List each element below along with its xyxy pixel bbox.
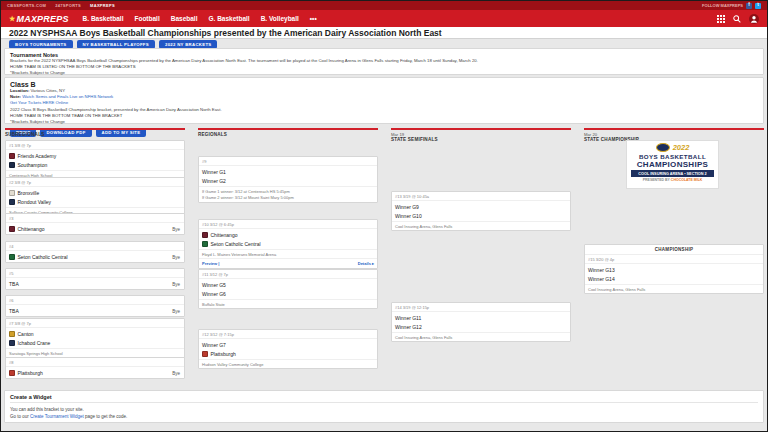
promo-venue-band: COOL INSURING ARENA • SECTION 2 <box>631 170 714 177</box>
nav-item-g-basketball[interactable]: G. Basketball <box>208 15 249 22</box>
game-card-5[interactable]: #5TBABye <box>5 268 185 290</box>
team-row[interactable]: Chittenango <box>6 224 184 233</box>
team-row[interactable]: Winner G2 <box>199 176 377 185</box>
championship-label: CHAMPIONSHIP <box>585 245 763 255</box>
game-venue: Cool Insuring Arena, Glens Falls <box>392 332 570 341</box>
nfhs-network-link[interactable]: Watch Semis and Finals Live on NFHS Netw… <box>22 94 113 99</box>
team-logo-icon <box>202 241 208 247</box>
game-card-9[interactable]: #9Winner G1Winner G2If Game 1 winner: 3/… <box>198 156 378 203</box>
team-logo-icon <box>9 153 15 159</box>
team-row[interactable]: Canton <box>6 329 184 338</box>
team-name: Winner G2 <box>202 178 226 184</box>
team-name: Winner G13 <box>588 267 615 273</box>
team-row[interactable]: Winner G14 <box>585 274 763 283</box>
location-value: Various Cities, NY <box>31 88 66 93</box>
nav-item-more[interactable]: ••• <box>310 15 317 22</box>
team-row[interactable]: Seton Catholic Central <box>6 252 184 261</box>
game-number-time: #15 3/20 @ 4p <box>585 255 763 264</box>
game-card-13[interactable]: #13 3/19 @ 10:45aWinner G9Winner G10Cool… <box>391 191 571 231</box>
team-row[interactable]: Plattsburgh <box>6 368 184 377</box>
create-widget-cta-line: Go to our Create Tournament Widget page … <box>10 413 758 420</box>
column-header-regionals: REGIONALS <box>198 128 378 137</box>
tickets-link[interactable]: Get Your Tickets HERE Online <box>10 100 68 105</box>
user-avatar-icon[interactable] <box>749 14 759 24</box>
team-row[interactable]: Winner G1 <box>199 167 377 176</box>
bye-label: Bye <box>172 281 180 286</box>
game-teams: Friends AcademySouthampton <box>6 150 184 170</box>
team-row[interactable]: Chittenango <box>199 230 377 239</box>
game-card-14[interactable]: #14 3/19 @ 12:15pWinner G11Winner G12Coo… <box>391 302 571 342</box>
team-row[interactable]: Winner G9 <box>392 202 570 211</box>
team-logo-icon <box>9 162 15 168</box>
team-row[interactable]: Southampton <box>6 160 184 169</box>
team-row[interactable]: Winner G12 <box>392 322 570 331</box>
maxpreps-logo[interactable]: ★ MAXPREPS <box>9 14 69 24</box>
cbssports-link[interactable]: CBSSPORTS.COM <box>7 3 46 8</box>
team-row[interactable]: Friends Academy <box>6 151 184 160</box>
preview-link[interactable]: Preview | <box>202 261 219 266</box>
nav-item-baseball[interactable]: Baseball <box>171 15 198 22</box>
column-title: STATE SEMIFINALS <box>391 137 571 142</box>
facebook-icon[interactable]: f <box>746 3 752 9</box>
team-name: Rondout Valley <box>18 199 52 205</box>
team-row[interactable]: Bronxville <box>6 188 184 197</box>
team-row[interactable]: Winner G10 <box>392 211 570 220</box>
team-row[interactable]: Winner G7 <box>199 340 377 349</box>
create-tournament-widget-link[interactable]: Create Tournament Widget <box>30 414 84 419</box>
championship-promo-banner[interactable]: 2022 BOYS BASKETBALL CHAMPIONSHIPS COOL … <box>626 140 719 189</box>
game-venue: Saratoga Springs High School <box>6 348 184 357</box>
game-teams: TBABye <box>6 305 184 316</box>
game-card-3[interactable]: #3ChittenangoBye <box>5 213 185 235</box>
team-logo-icon <box>202 351 208 357</box>
column-header-state-semifinals: Mar 19 STATE SEMIFINALS <box>391 128 571 142</box>
nav-item-football[interactable]: Football <box>134 15 159 22</box>
game-card-6[interactable]: #6TBABye <box>5 295 185 317</box>
team-name: Winner G11 <box>395 315 421 321</box>
team-logo-icon <box>202 232 208 238</box>
maxpreps-link[interactable]: MAXPREPS <box>90 3 115 8</box>
team-row[interactable]: Winner G13 <box>585 265 763 274</box>
cta-pre-text: Go to our <box>10 414 30 419</box>
column-header-subregionals: SUBREGIONALS <box>5 128 185 137</box>
team-row[interactable]: Plattsburgh <box>199 349 377 358</box>
team-name: Friends Academy <box>18 153 57 159</box>
bye-label: Bye <box>172 370 180 375</box>
team-row[interactable]: TBA <box>6 279 184 288</box>
twitter-icon[interactable]: t <box>755 3 761 9</box>
game-card-15[interactable]: CHAMPIONSHIP#15 3/20 @ 4pWinner G13Winne… <box>584 244 764 294</box>
team-name: Winner G9 <box>395 204 419 210</box>
game-card-4[interactable]: #4Seton Catholic CentralBye <box>5 241 185 263</box>
game-teams: BronxvilleRondout Valley <box>6 187 184 207</box>
nav-item-b-volleyball[interactable]: B. Volleyball <box>261 15 299 22</box>
team-name: TBA <box>9 281 19 287</box>
team-row[interactable]: Winner G5 <box>199 280 377 289</box>
team-row[interactable]: Winner G11 <box>392 313 570 322</box>
team-name: Plattsburgh <box>18 370 43 376</box>
location-label: Location: <box>10 88 29 93</box>
game-venue: Cool Insuring Arena, Glens Falls <box>585 284 763 293</box>
details-link[interactable]: Details ▸ <box>358 261 374 266</box>
game-card-10[interactable]: #10 3/12 @ 6:45pChittenangoSeton Catholi… <box>198 219 378 269</box>
game-card-8[interactable]: #8PlattsburghBye <box>5 357 185 379</box>
team-row[interactable]: Rondout Valley <box>6 197 184 206</box>
nysphsaa-logo-icon <box>656 143 670 152</box>
nav-item-b-basketball[interactable]: B. Basketball <box>83 15 124 22</box>
247sports-link[interactable]: 247SPORTS <box>55 3 81 8</box>
game-teams: TBABye <box>6 278 184 289</box>
game-number-time: #14 3/19 @ 12:15p <box>392 303 570 312</box>
game-venue-condition: If Game 2 winner: 3/12 at Mount Saint Ma… <box>199 195 377 202</box>
apps-grid-icon[interactable] <box>717 15 725 23</box>
team-row[interactable]: TBA <box>6 306 184 315</box>
team-row[interactable]: Seton Catholic Central <box>199 239 377 248</box>
team-logo-icon <box>9 370 15 376</box>
team-name: Winner G1 <box>202 169 226 175</box>
game-venue: Floyd L. Maines Veterans Memorial Arena <box>199 249 377 258</box>
team-row[interactable]: Ichabod Crane <box>6 338 184 347</box>
search-icon[interactable] <box>733 15 741 23</box>
game-card-12[interactable]: #12 3/12 @ 7:15pWinner G7PlattsburghHuds… <box>198 329 378 369</box>
game-number-time: #11 3/12 @ 7p <box>199 270 377 279</box>
game-number-time: #1 3/8 @ 7p <box>6 141 184 150</box>
team-row[interactable]: Winner G6 <box>199 289 377 298</box>
game-card-11[interactable]: #11 3/12 @ 7pWinner G5Winner G6Buffalo S… <box>198 269 378 309</box>
logo-text: MAXPREPS <box>16 14 68 24</box>
